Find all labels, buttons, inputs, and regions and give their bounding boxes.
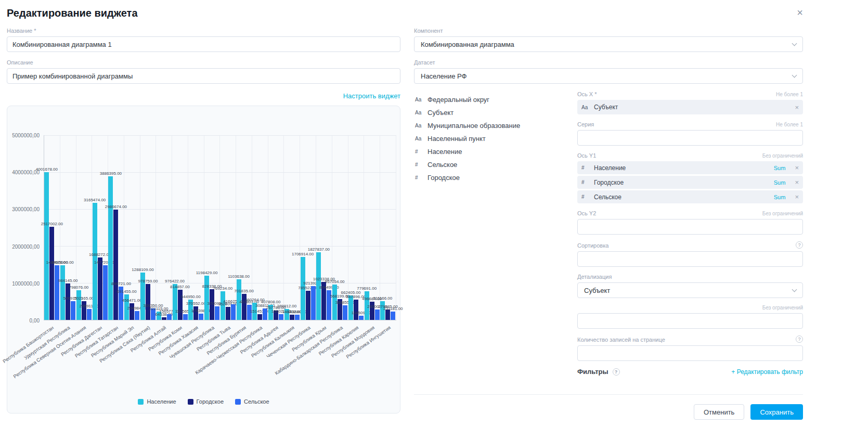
bar-value-label: 1485060.00 bbox=[52, 261, 74, 265]
bar-value-label: 899721.00 bbox=[111, 282, 131, 286]
dataset-field-name: Федеральный округ bbox=[427, 96, 489, 104]
numeric-field-icon: # bbox=[415, 162, 423, 167]
widget-editor-dialog: Редактирование виджета × Название * Опис… bbox=[0, 0, 868, 439]
bar-сельское: 234984.00 bbox=[135, 311, 139, 320]
bar-сельское: 283007.00 bbox=[375, 309, 380, 320]
bar-group: 1485060.00984145.00500915.00 bbox=[60, 135, 76, 320]
bar-сельское: 174398.00 bbox=[199, 314, 203, 320]
bar-group: 1198429.00828338.00370091.00 bbox=[204, 135, 221, 320]
bar-group: 1706914.00785522.00921392.00 bbox=[300, 135, 316, 320]
bar-group: 1288109.00978759.00309350.00 bbox=[140, 135, 157, 320]
bar-value-label: 2986674.00 bbox=[105, 205, 127, 209]
legend-item[interactable]: Городское bbox=[188, 398, 224, 405]
extra-field-input[interactable] bbox=[577, 313, 803, 329]
bar-group: 460264.00151453.00308811.00 bbox=[252, 135, 268, 320]
help-icon[interactable]: ? bbox=[796, 241, 803, 249]
help-icon[interactable]: ? bbox=[613, 368, 620, 376]
dataset-field-item[interactable]: AaНаселенный пункт bbox=[414, 132, 570, 145]
bar-group: 976422.00814857.00161565.00 bbox=[172, 135, 188, 320]
page-title: Редактирование виджета bbox=[7, 7, 138, 19]
aggregation-selector[interactable]: Sum bbox=[774, 165, 786, 171]
gridline bbox=[44, 135, 396, 136]
bar-value-label: 231181.00 bbox=[383, 307, 403, 311]
aggregation-selector[interactable]: Sum bbox=[774, 179, 786, 186]
y1-axis-chip[interactable]: #НаселениеSum× bbox=[577, 161, 803, 174]
x-axis-hint: Не более 1 bbox=[776, 92, 803, 97]
text-field-icon: Aa bbox=[415, 110, 423, 115]
bar-value-label: 502165.00 bbox=[74, 296, 94, 301]
dataset-field-item[interactable]: AaМуниципальное образование bbox=[414, 119, 570, 132]
y-axis-tick-label: 0,00 bbox=[7, 318, 40, 324]
edit-filter-link[interactable]: + Редактировать фильтр bbox=[731, 368, 803, 376]
dataset-field-item[interactable]: #Население bbox=[414, 145, 570, 158]
dataset-field-name: Муниципальное образование bbox=[427, 122, 520, 130]
cancel-button[interactable]: Отменить bbox=[694, 404, 744, 420]
y1-chip-label: Городское bbox=[594, 179, 624, 186]
remove-icon[interactable]: × bbox=[795, 193, 799, 200]
page-size-label: Количество записей на странице bbox=[577, 337, 665, 343]
legend-swatch bbox=[138, 399, 144, 405]
x-axis-field[interactable]: Aa Субъект × bbox=[577, 100, 803, 114]
bar-group: 511166.00279985.00231181.00 bbox=[380, 135, 396, 320]
bar-group: 221115.0064538.00156577.00 bbox=[156, 135, 172, 320]
bar-население: 1198429.00 bbox=[204, 276, 209, 320]
y1-chips-list: #НаселениеSum×#ГородскоеSum×#СельскоеSum… bbox=[577, 161, 803, 203]
description-input[interactable] bbox=[7, 68, 400, 84]
dialog-footer: Отменить Сохранить bbox=[414, 404, 803, 420]
legend-label: Сельское bbox=[244, 398, 269, 405]
detail-select[interactable]: Субъект bbox=[577, 282, 803, 298]
dataset-field-item[interactable]: #Городское bbox=[414, 171, 570, 184]
y1-axis-chip[interactable]: #ГородскоеSum× bbox=[577, 176, 803, 189]
remove-icon[interactable]: × bbox=[795, 164, 799, 171]
bar-group: 289912.00146032.00143880.00 bbox=[284, 135, 300, 320]
dataset-field-item[interactable]: AaФедеральный округ bbox=[414, 93, 570, 106]
component-select[interactable]: Комбинированная диаграмма bbox=[414, 36, 803, 52]
dataset-field-name: Городское bbox=[427, 174, 460, 182]
bar-value-label: 289912.00 bbox=[277, 304, 296, 308]
name-input[interactable] bbox=[7, 36, 400, 52]
legend-item[interactable]: Население bbox=[138, 398, 176, 405]
bar-городское: 352609.00 bbox=[226, 307, 230, 320]
remove-icon[interactable]: × bbox=[795, 104, 799, 111]
dataset-field-item[interactable]: #Сельское bbox=[414, 158, 570, 171]
aggregation-selector[interactable]: Sum bbox=[774, 194, 786, 200]
bar-городское: 279985.00 bbox=[385, 309, 390, 320]
axis-config: Ось X * Не более 1 Aa Субъект × С bbox=[577, 91, 803, 376]
save-button[interactable]: Сохранить bbox=[750, 404, 803, 420]
legend-swatch bbox=[188, 399, 193, 405]
dataset-select[interactable]: Население РФ bbox=[414, 68, 803, 84]
x-axis-chip-label: Субъект bbox=[594, 104, 618, 111]
y1-axis-hint: Без ограничений bbox=[762, 153, 803, 159]
page-size-input[interactable] bbox=[577, 345, 803, 361]
bar-сельское: 500915.00 bbox=[71, 301, 75, 320]
bar-городское: 146032.00 bbox=[290, 315, 294, 320]
bar-value-label: 769234.00 bbox=[213, 287, 232, 291]
bar-group: 662405.00547896.00114509.00 bbox=[348, 135, 365, 320]
numeric-field-icon: # bbox=[415, 149, 423, 154]
sorting-label: Сортировка bbox=[577, 242, 608, 249]
sorting-input[interactable] bbox=[577, 251, 803, 267]
legend-label: Население bbox=[147, 398, 176, 405]
bar-value-label: 691455.00 bbox=[117, 290, 137, 294]
bar-value-label: 701835.00 bbox=[234, 289, 254, 293]
bar-сельское: 388855.00 bbox=[343, 305, 347, 320]
chart-plot-area: 4001678.002517002.001484676.001485060.00… bbox=[44, 135, 396, 320]
bar-value-label: 544950.00 bbox=[181, 295, 201, 299]
series-input[interactable] bbox=[577, 130, 803, 146]
bar-городское: 2986674.00 bbox=[113, 210, 118, 320]
help-icon[interactable]: ? bbox=[796, 335, 803, 343]
chevron-down-icon bbox=[792, 41, 797, 46]
dataset-field-item[interactable]: AaСубъект bbox=[414, 106, 570, 119]
y2-axis-hint: Без ограничений bbox=[762, 211, 803, 216]
configure-widget-link[interactable]: Настроить виджет bbox=[343, 92, 400, 100]
y1-axis-chip[interactable]: #СельскоеSum× bbox=[577, 190, 803, 203]
bar-group: 407808.00257786.00150022.00 bbox=[268, 135, 284, 320]
bar-население: 3886395.00 bbox=[108, 176, 113, 320]
x-axis-label: Ось X * bbox=[577, 91, 597, 97]
remove-icon[interactable]: × bbox=[795, 179, 799, 186]
legend-item[interactable]: Сельское bbox=[235, 398, 269, 405]
series-hint: Не более 1 bbox=[776, 122, 803, 127]
close-icon[interactable]: × bbox=[797, 7, 803, 18]
chevron-down-icon bbox=[792, 73, 797, 78]
y2-axis-input[interactable] bbox=[577, 219, 803, 235]
